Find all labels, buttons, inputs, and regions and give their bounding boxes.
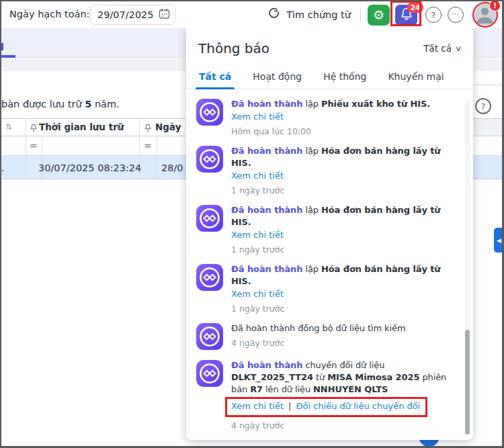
misa-app-icon	[196, 322, 224, 351]
column-dotted-divider	[156, 137, 157, 179]
notification-body: Đã hoàn thành chuyển đổi dữ liệu DLKT_20…	[231, 359, 460, 431]
misa-app-icon	[196, 439, 224, 440]
status-text: Đã hoàn thành	[231, 264, 302, 274]
more-button[interactable]: ⋯	[448, 7, 464, 23]
sort-icon[interactable]: ⇅	[116, 122, 122, 132]
column-header-date[interactable]: Ngày	[155, 122, 181, 132]
notification-link[interactable]: Xem chi tiết	[231, 229, 284, 241]
notification-item[interactable]: Đã hoàn thành lập Hóa đơn bán hàng lấy t…	[196, 204, 460, 255]
message-text: R7	[250, 384, 263, 394]
posting-date-value: 29/07/2025	[97, 9, 154, 20]
column-header-retention[interactable]: Thời gian lưu trữ	[39, 122, 124, 132]
posting-date-input[interactable]: 29/07/2025	[90, 5, 175, 25]
filter-label: Tất cả	[423, 43, 452, 54]
misa-app-icon	[196, 145, 224, 173]
message-text: Phiếu xuất kho từ HIS.	[321, 99, 430, 109]
tab-system[interactable]: Hệ thống	[323, 67, 367, 89]
question-glyph: ?	[481, 101, 486, 111]
notification-body: Đã hoàn thành lập Phiếu xuất kho từ HIS.…	[231, 98, 460, 136]
tab-promotions[interactable]: Khuyến mại	[387, 67, 444, 89]
tab-activity[interactable]: Hoạt động	[252, 67, 302, 89]
status-text: Đã hoàn thành	[231, 360, 302, 370]
cell-truncated: .	[1, 163, 5, 173]
notification-item[interactable]: Đã hoàn thành đồng bộ dữ liệu tìm kiếm 4…	[196, 322, 460, 351]
panel-scrollbar[interactable]	[465, 101, 470, 434]
active-module-tab-underline	[1, 55, 15, 58]
notification-time: 1 ngày trước	[231, 185, 460, 195]
panel-title: Thông báo	[198, 40, 269, 56]
message-text: lập	[302, 99, 321, 109]
notification-item[interactable]: Đã hoàn thành lập Hóa đơn bán hàng lấy t…	[196, 263, 460, 314]
misa-app-icon	[196, 359, 224, 388]
notification-link[interactable]: Xem chi tiết	[231, 170, 284, 182]
question-icon: ?	[431, 10, 436, 20]
filter-operator[interactable]: =	[30, 140, 38, 151]
misa-app-icon	[196, 204, 224, 232]
notification-item[interactable]: Đã hoàn thành lập Hóa đơn bán hàng lấy t…	[196, 145, 460, 195]
divider	[360, 8, 361, 21]
divider	[473, 85, 502, 85]
notification-time: 4 ngày trước	[231, 420, 460, 431]
hidden-tab-fragment	[1, 43, 3, 50]
notification-text: Đã hoàn thành lập Hóa đơn bán hàng lấy t…	[231, 263, 460, 287]
settings-button[interactable]: ⚙	[368, 5, 390, 26]
notification-link[interactable]: Xem chi tiết	[231, 288, 284, 300]
status-text: Đã hoàn thành	[231, 205, 302, 215]
misa-app-icon	[196, 263, 224, 292]
message-text: lập	[302, 146, 321, 156]
link-separator: |	[288, 400, 291, 412]
column-divider	[26, 118, 26, 179]
misa-app-icon	[196, 98, 224, 126]
calendar-icon[interactable]	[159, 8, 170, 22]
message-text: Đã hoàn thành đồng bộ dữ liệu tìm kiếm	[231, 323, 406, 333]
collapse-panel-handle[interactable]: ◀	[494, 228, 504, 253]
cell-date: 28/0	[161, 163, 183, 173]
notification-body: Đã hoàn thành lập Hóa đơn bán hàng lấy t…	[231, 263, 460, 314]
user-avatar[interactable]: !	[472, 2, 498, 28]
notification-link[interactable]: Xem chi tiết	[231, 111, 284, 123]
notification-filter-dropdown[interactable]: Tất cả ∨	[423, 43, 461, 54]
notification-link[interactable]: Xem chi tiết	[231, 400, 284, 412]
find-voucher-button[interactable]: Tìm chứng từ	[267, 7, 351, 23]
notification-links: Xem chi tiết	[231, 229, 284, 241]
notification-item[interactable]: Đã hoàn thành lập Phiếu xuất kho từ HIS.…	[196, 98, 460, 136]
sort-icon[interactable]: ⇅	[5, 122, 12, 132]
message-text: lập	[302, 264, 321, 274]
notification-text: Đã hoàn thành lập Phiếu xuất kho từ HIS.	[231, 98, 460, 110]
notification-item[interactable]: Đã hoàn thành chuyển đổi dữ liệu DLKT_20…	[196, 359, 460, 431]
notification-time: 1 ngày trước	[231, 304, 460, 314]
notification-item[interactable]: Đã hoàn thành đồng bộ dữ liệu tìm kiếm 4…	[196, 439, 460, 440]
notification-tabs: Tất cả Hoạt động Hệ thống Khuyến mại	[186, 63, 473, 89]
cell-retention-time: 30/07/2025 08:23:24	[38, 163, 141, 173]
notifications-button[interactable]: 24	[395, 5, 417, 26]
notification-link[interactable]: Đối chiếu dữ liệu chuyển đổi	[296, 400, 420, 412]
posting-date-label: Ngày hạch toán:	[9, 9, 90, 19]
pin-icon[interactable]	[30, 123, 38, 136]
message-text: MISA Mimosa 2025	[327, 372, 419, 382]
status-text: Đã hoàn thành	[231, 146, 302, 156]
notification-links: Xem chi tiết	[231, 111, 284, 123]
notification-text: Đã hoàn thành chuyển đổi dữ liệu DLKT_20…	[231, 359, 460, 396]
scrollbar-thumb[interactable]	[465, 330, 470, 435]
topbar: Ngày hạch toán: 29/07/2025 Tìm chứng từ …	[1, 1, 502, 28]
message-text: chuyển đổi dữ liệu	[302, 360, 384, 370]
notification-links: Xem chi tiết	[231, 288, 284, 300]
help-button[interactable]: ?	[425, 7, 442, 23]
notification-time: Hôm qua lúc 10:00	[231, 126, 460, 136]
avatar-alert-badge: !	[489, 0, 501, 11]
archive-note-suffix: năm.	[91, 99, 119, 109]
gear-icon: ⚙	[373, 9, 384, 21]
notification-list: Đã hoàn thành lập Phiếu xuất kho từ HIS.…	[186, 89, 473, 440]
pin-icon[interactable]	[144, 123, 152, 136]
status-text: Đã hoàn thành	[231, 99, 302, 109]
find-voucher-label: Tìm chứng từ	[286, 9, 351, 20]
collapse-left-icon: ◀	[497, 237, 501, 244]
tab-all[interactable]: Tất cả	[198, 67, 232, 89]
notification-time: 4 ngày trước	[231, 338, 460, 348]
message-text: từ	[313, 372, 327, 382]
filter-operator[interactable]: =	[144, 140, 152, 151]
notification-links: Xem chi tiết	[231, 170, 284, 182]
help-icon[interactable]: ?	[475, 98, 491, 114]
notification-text: Đã hoàn thành đồng bộ dữ liệu tìm kiếm	[231, 322, 460, 334]
notification-body: Đã hoàn thành đồng bộ dữ liệu tìm kiếm 4…	[231, 439, 460, 440]
